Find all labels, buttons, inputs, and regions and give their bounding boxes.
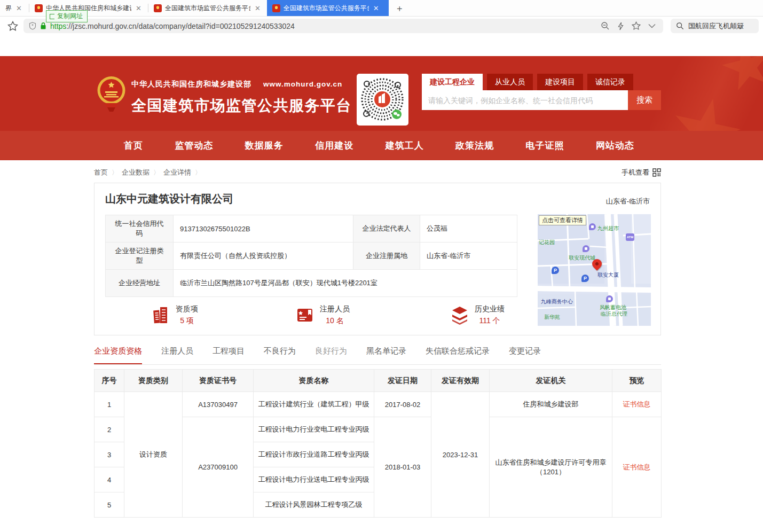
nav-item-data-service[interactable]: 数据服务 (245, 139, 284, 152)
col-header: 序号 (95, 370, 124, 392)
search-tab-project[interactable]: 建设项目 (537, 74, 583, 90)
tab-change-records[interactable]: 变更记录 (509, 346, 541, 364)
browser-tab-jzsc[interactable]: 全国建筑市场监管公共服务平台 ✕ (148, 0, 267, 16)
stat-value: 10 名 (320, 316, 350, 326)
nav-item-workers[interactable]: 建筑工人 (386, 139, 424, 152)
col-header: 发证日期 (374, 370, 431, 392)
bookmark-star-icon[interactable] (7, 21, 18, 32)
search-button[interactable]: 搜索 (628, 90, 661, 110)
nav-item-site-news[interactable]: 网站动态 (596, 139, 634, 152)
site-favicon-icon (154, 4, 162, 12)
poi-label: 九峰商务中心 (541, 298, 573, 306)
poi-label: 新华苑 (544, 314, 560, 321)
close-icon[interactable]: ✕ (15, 5, 23, 12)
stat-value: 5 项 (176, 316, 198, 326)
stat-qualifications[interactable]: 资质项 5 项 (151, 304, 198, 326)
cell-no: 2 (95, 417, 124, 442)
close-icon[interactable]: ✕ (135, 5, 143, 12)
breadcrumb-company-detail[interactable]: 企业详情 (163, 168, 191, 177)
nav-item-supervision[interactable]: 监管动态 (175, 139, 213, 152)
stat-label: 注册人员 (320, 304, 350, 314)
tab-blacklist[interactable]: 黑名单记录 (366, 346, 406, 364)
nav-item-ecert[interactable]: 电子证照 (526, 139, 564, 152)
ministry-name: 中华人民共和国住房和城乡建设部 (131, 80, 251, 89)
poi-label: 记花园 (539, 239, 555, 246)
breadcrumb-company-data[interactable]: 企业数据 (122, 168, 150, 177)
search-tab-personnel[interactable]: 从业人员 (487, 74, 533, 90)
national-emblem-icon (97, 75, 126, 113)
browser-tab-partial[interactable]: 界 ✕ (0, 0, 29, 16)
tab-good-behavior[interactable]: 良好行为 (315, 346, 347, 364)
cell-no: 1 (95, 392, 124, 417)
company-location-map[interactable]: 点击可查看详情 九州超市 ATM 记花园 联安现代城 联安大厦 P P 九峰商务… (538, 214, 651, 326)
wechat-qr-code (359, 76, 406, 123)
browser-toolbar: https://jzsc.mohurd.gov.cn/data/company/… (0, 17, 763, 35)
breadcrumb-home[interactable]: 首页 (94, 168, 108, 177)
url-text: https://jzsc.mohurd.gov.cn/data/company/… (50, 22, 597, 30)
nav-item-credit[interactable]: 信用建设 (315, 139, 353, 152)
reg-type-value: 有限责任公司（自然人投资或控股） (174, 242, 353, 270)
lock-icon (40, 22, 46, 30)
cell-preview: 证书信息 (612, 417, 662, 518)
table-row: 1 设计资质 A137030497 工程设计建筑行业（建筑工程）甲级 2017-… (95, 392, 662, 417)
ministry-url: www.mohurd.gov.cn (263, 80, 342, 88)
poi-label: 九州超市 (597, 225, 619, 232)
browser-tab-strip: 界 ✕ 中华人民共和国住房和城乡建设 ✕ 全国建筑市场监管公共服务平台 ✕ 全国… (0, 0, 763, 17)
chevron-down-icon[interactable] (648, 24, 656, 28)
hot-search-text: 国航回应飞机颠簸 (688, 21, 744, 31)
site-favicon-icon (272, 4, 280, 12)
chevron-right-icon: 〉 (153, 168, 160, 177)
chevron-right-icon: 〉 (195, 168, 201, 177)
poi-pin-icon (606, 295, 613, 302)
stat-historical-performance[interactable]: 历史业绩 111 个 (450, 304, 505, 326)
keyword-search-input[interactable] (422, 90, 628, 110)
flash-icon[interactable] (617, 22, 624, 30)
credit-code-value: 91371302675501022B (174, 215, 353, 242)
close-icon[interactable]: ✕ (372, 5, 380, 12)
main-nav: 首页 监管动态 数据服务 信用建设 建筑工人 政策法规 电子证照 网站动态 (0, 131, 763, 160)
tab-registered-personnel[interactable]: 注册人员 (161, 346, 193, 364)
tab-title: 全国建筑市场监管公共服务平台 (165, 4, 250, 13)
certificate-info-link[interactable]: 证书信息 (623, 463, 651, 471)
shield-icon[interactable] (29, 22, 36, 30)
cell-cert-no: A137030497 (183, 392, 254, 417)
col-header: 发证有效期 (431, 370, 490, 392)
detail-tabs: 企业资质资格 注册人员 工程项目 不良行为 良好行为 黑名单记录 失信联合惩戒记… (94, 346, 661, 365)
qualification-table: 序号 资质类别 资质证书号 资质名称 发证日期 发证有效期 发证机关 预览 1 … (94, 369, 662, 518)
cell-qual-name: 工程设计电力行业变电工程专业丙级 (254, 417, 374, 442)
col-header: 资质类别 (124, 370, 183, 392)
cell-qual-name: 工程设计风景园林工程专项乙级 (254, 492, 374, 518)
hot-search-box[interactable]: 国航回应飞机颠簸 (671, 19, 759, 33)
close-icon[interactable]: ✕ (254, 5, 262, 12)
zoom-out-icon[interactable] (601, 21, 610, 30)
cell-authority: 住房和城乡建设部 (490, 392, 612, 417)
mobile-view[interactable]: 手机查看 (622, 168, 661, 177)
site-favicon-icon (35, 4, 43, 12)
qr-mini-icon[interactable] (652, 168, 661, 177)
tab-dishonesty[interactable]: 失信联合惩戒记录 (426, 346, 490, 364)
stat-registered-personnel[interactable]: 注册人员 10 名 (295, 304, 350, 326)
url-bar[interactable]: https://jzsc.mohurd.gov.cn/data/company/… (23, 19, 663, 33)
tab-projects[interactable]: 工程项目 (213, 346, 245, 364)
breadcrumb: 首页 〉 企业数据 〉 企业详情 〉 (94, 168, 201, 177)
tab-qualifications[interactable]: 企业资质资格 (94, 346, 142, 364)
search-tab-enterprise[interactable]: 建设工程企业 (422, 74, 483, 90)
field-label: 企业经营地址 (106, 270, 174, 297)
nav-item-policy[interactable]: 政策法规 (455, 139, 494, 152)
site-header: 中华人民共和国住房和城乡建设部 www.mohurd.gov.cn 全国建筑市场… (0, 56, 763, 131)
col-header: 预览 (612, 370, 662, 392)
certificate-icon (295, 306, 314, 325)
search-tab-credit[interactable]: 诚信记录 (587, 74, 633, 90)
tab-title: 全国建筑市场监管公共服务平台 (284, 4, 369, 13)
browser-tab-active[interactable]: 全国建筑市场监管公共服务平台 ✕ (267, 0, 389, 16)
star-icon[interactable] (632, 21, 641, 30)
tab-bad-behavior[interactable]: 不良行为 (264, 346, 296, 364)
nav-item-home[interactable]: 首页 (124, 139, 143, 152)
certificate-info-link[interactable]: 证书信息 (623, 400, 651, 408)
header-search: 建设工程企业 从业人员 建设项目 诚信记录 搜索 (422, 74, 661, 110)
breadcrumb-row: 首页 〉 企业数据 〉 企业详情 〉 手机查看 (94, 168, 661, 177)
stat-label: 历史业绩 (475, 304, 505, 314)
field-label: 统一社会信用代码 (106, 215, 174, 242)
cell-qual-name: 工程设计电力行业送电工程专业丙级 (254, 467, 374, 492)
new-tab-button[interactable]: ＋ (389, 0, 411, 16)
